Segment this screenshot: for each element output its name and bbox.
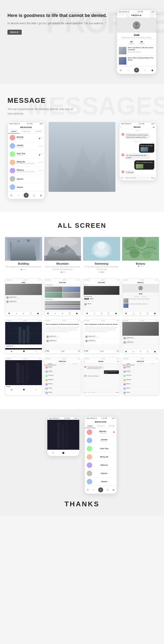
tab-interim[interactable]: INTERIM <box>32 130 44 134</box>
sp-nav-e-home[interactable]: ⊞ <box>47 312 49 314</box>
sp-msgfull-wongjim[interactable]: Wong Jim <box>122 378 159 382</box>
sp-msg2-wongjim[interactable]: Wong Jim <box>44 378 81 382</box>
thanks-msg-ulysses[interactable]: Ulysses <box>85 470 117 478</box>
thanks-nav2-add[interactable]: + <box>98 487 103 492</box>
nav-search-icon[interactable]: ○ <box>126 68 130 72</box>
nav-add-button[interactable]: + <box>134 68 139 72</box>
sp-chat2-emoji[interactable]: ☺ <box>84 392 86 393</box>
thanks-msg-xaviera[interactable]: Xaviera <box>85 478 117 486</box>
sp-nav-feed-home[interactable]: ⊞ <box>8 312 10 314</box>
sp-msgfull-michelle[interactable]: Michelle Thank you <box>122 366 159 370</box>
sp-nav-f2-home[interactable]: ⊞ <box>125 350 127 353</box>
sp-tab3-lately[interactable]: LATELY <box>122 363 134 365</box>
msg-item-michelle[interactable]: Michelle Thank you Jun 23 <box>8 134 44 142</box>
nav-comment-icon[interactable]: □ <box>143 68 146 72</box>
thanks-nav2-home[interactable]: ⊞ <box>86 488 90 492</box>
msg-nav-profile[interactable]: ◉ <box>40 194 43 197</box>
sp-follow-btn[interactable]: FOLLOW <box>84 298 89 300</box>
sp-tab2-contacts[interactable]: CONTACTS <box>56 363 68 365</box>
sp-nav-e-msg[interactable]: □ <box>69 312 70 314</box>
tab-lately[interactable]: LATELY <box>8 130 20 134</box>
sp-nav-f2-profile[interactable]: ◉ <box>154 350 156 353</box>
sp-nav-e-add[interactable]: + <box>62 312 63 314</box>
sp-msg2-xaviera[interactable]: Xaviera <box>44 391 81 395</box>
sp-nav-el-search[interactable]: ○ <box>94 312 95 314</box>
sp-msgfull-chris[interactable]: Chris Tina <box>122 374 159 378</box>
sp-msgfull-rebecca[interactable]: Rebecca <box>122 382 159 386</box>
chat-input-field[interactable]: Type something... <box>124 176 150 179</box>
nav-home-icon[interactable]: ⊞ <box>119 68 122 72</box>
sp-nav-bi-share[interactable]: ↑ <box>36 350 36 353</box>
sp-tab2-lately[interactable]: LATELY <box>44 363 56 365</box>
sp-chat2-inputfield[interactable]: Type something... <box>86 391 115 394</box>
msg-nav-add[interactable]: + <box>24 193 29 198</box>
sp-tab3-contacts[interactable]: CONTACTS <box>134 363 146 365</box>
chat-emoji-icon[interactable]: ☺ <box>121 176 123 179</box>
sp-nav-e-profile[interactable]: ◉ <box>76 312 78 314</box>
sp-nav-el-profile[interactable]: ◉ <box>115 312 117 314</box>
msg-item-christna[interactable]: Chris Tina Thank you Jun 23 <box>8 150 44 158</box>
msg-nav-search[interactable]: ○ <box>17 194 20 197</box>
tab-contacts[interactable]: CONTACTS <box>20 130 32 134</box>
sp-nav-p-msg[interactable]: □ <box>147 312 148 314</box>
sp-msg2-chris[interactable]: Chris Tina <box>44 374 81 378</box>
sp-nav-cb-share[interactable]: ↑ <box>36 389 36 391</box>
sp-nav-e-search[interactable]: ○ <box>55 312 56 314</box>
sp-nav-feed-search[interactable]: ○ <box>16 312 17 314</box>
sp-nav-f2-search[interactable]: ○ <box>133 350 134 353</box>
msg-nav-msg[interactable]: □ <box>32 194 36 197</box>
sp-tab3-interim[interactable]: INTERIM <box>146 363 159 365</box>
sp-nav-p-home[interactable]: ⊞ <box>125 312 127 314</box>
sp-nav-f2-add[interactable]: + <box>140 350 141 353</box>
sp-nav-p-add[interactable]: + <box>140 312 141 314</box>
sp-nav-cb-x[interactable]: ✕ <box>11 389 12 391</box>
sp-nav-el-msg[interactable]: □ <box>108 312 109 314</box>
thanks-nav-x[interactable]: ✕ <box>51 451 54 455</box>
small-phone-posttext1: ●● VIRGIN 4:21 PM 33% Here is goodness t… <box>44 319 81 354</box>
sp-nav-p-profile[interactable]: ◉ <box>154 312 156 314</box>
sp-nav-f2-msg[interactable]: □ <box>147 350 148 353</box>
msg-item-xaviera[interactable]: Xaviera <box>8 183 44 191</box>
sp-tab2-interim[interactable]: INTERIM <box>68 363 81 365</box>
msg-item-ulysses[interactable]: Ulysses <box>8 175 44 183</box>
sp-chat2-send[interactable]: Send <box>116 392 119 393</box>
sp-msg2-ulysses[interactable]: Ulysses <box>44 386 81 391</box>
sp-msgfull-xaviera[interactable]: Xaviera <box>122 391 159 395</box>
sp-nav-feed-msg[interactable]: □ <box>30 312 31 314</box>
sp-msgfull-jennifer[interactable]: Jennifer Thank you <box>122 370 159 374</box>
thanks-nav2-profile[interactable]: ◉ <box>112 488 116 492</box>
sp-nav-feed-profile[interactable]: ◉ <box>37 312 39 314</box>
msg-nav-home[interactable]: ⊞ <box>10 194 13 197</box>
chat-more-icon[interactable]: ••• <box>153 126 155 128</box>
build-button[interactable]: BUILD <box>8 30 22 35</box>
msg-item-jennifer[interactable]: Jennifer Thank you Jun 23 <box>8 142 44 150</box>
thanks-msg-michelle[interactable]: Michelle Thank you <box>85 428 117 436</box>
sp-msg2-rebecca[interactable]: Rebecca <box>44 382 81 386</box>
thanks-msg-rebecca[interactable]: Rebecca <box>85 461 117 470</box>
thanks-msg-wongjim[interactable]: Wong Jim <box>85 453 117 461</box>
thanks-tab-interim[interactable]: INTERIM <box>106 424 117 428</box>
sp-donate-btn[interactable]: DONATE <box>90 298 94 300</box>
thanks-tab-lately[interactable]: LATELY <box>85 424 96 428</box>
chat-send-button[interactable]: Send <box>151 177 155 178</box>
sp-msg2-michelle[interactable]: Michelle Thank you <box>44 366 81 370</box>
sp-msg2-jennifer[interactable]: Jennifer Thank you <box>44 370 81 374</box>
msg-item-rebecca[interactable]: Rebecca Road climbing God's hello to... … <box>8 166 44 175</box>
thanks-nav-share[interactable]: ↑ <box>72 451 76 455</box>
sp-msgfull-ulysses[interactable]: Ulysses <box>122 386 159 391</box>
thanks-nav2-msg[interactable]: □ <box>106 488 109 492</box>
sp-nav-bi-x[interactable]: ✕ <box>11 350 12 353</box>
chat-back-icon[interactable]: ‹ <box>121 126 122 128</box>
nav-profile-icon[interactable]: ◉ <box>151 68 154 72</box>
thanks-msg-jennifer[interactable]: Jennifer Thank you <box>85 436 117 445</box>
sp-chat2-more[interactable]: ••• <box>117 361 119 362</box>
msg-item-wongjim[interactable]: Wong Jim Road climbing God's hello to...… <box>8 158 44 166</box>
thanks-tab-contacts[interactable]: CONTACTS <box>96 424 106 428</box>
sp-nav-feed-add[interactable]: + <box>23 312 24 314</box>
thanks-msg-chris[interactable]: Chris Tina <box>85 445 117 453</box>
sp-nav-el-add[interactable]: + <box>101 312 102 314</box>
sp-nav-p-search[interactable]: ○ <box>133 312 134 314</box>
sp-nav-el-home[interactable]: ⊞ <box>86 312 88 314</box>
sp-chat2-back[interactable]: ‹ <box>84 361 85 362</box>
thanks-nav2-search[interactable]: ○ <box>92 488 96 492</box>
